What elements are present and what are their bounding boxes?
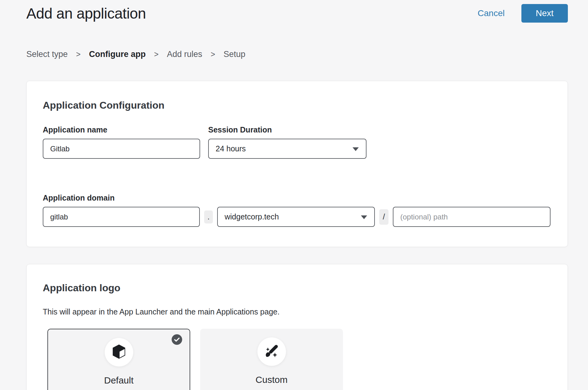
application-name-field-group: Application name bbox=[43, 125, 200, 159]
logo-heading: Application logo bbox=[43, 282, 551, 294]
paintbrush-icon bbox=[264, 343, 279, 360]
session-duration-selected-value: 24 hours bbox=[216, 144, 246, 153]
dot-separator: . bbox=[204, 210, 213, 223]
application-domain-label: Application domain bbox=[43, 193, 551, 202]
top-bar: Add an application Cancel Next bbox=[26, 0, 568, 23]
breadcrumb: Select type > Configure app > Add rules … bbox=[26, 50, 568, 59]
logo-option-label: Custom bbox=[200, 375, 343, 385]
top-bar-actions: Cancel Next bbox=[478, 4, 568, 23]
domain-select[interactable]: widgetcorp.tech bbox=[217, 207, 375, 227]
cube-icon bbox=[112, 344, 126, 361]
chevron-down-icon bbox=[361, 212, 367, 221]
application-domain-row: . widgetcorp.tech / bbox=[43, 207, 551, 227]
subdomain-input[interactable] bbox=[43, 207, 200, 227]
breadcrumb-separator: > bbox=[76, 50, 81, 59]
session-duration-field-group: Session Duration 24 hours bbox=[208, 125, 366, 159]
domain-selected-value: widgetcorp.tech bbox=[225, 212, 279, 221]
application-name-label: Application name bbox=[43, 125, 200, 134]
application-configuration-card: Application Configuration Application na… bbox=[26, 81, 568, 247]
page-title: Add an application bbox=[26, 5, 146, 22]
logo-option-label: Default bbox=[48, 375, 190, 386]
logo-options-row: Default Custom bbox=[47, 329, 551, 390]
breadcrumb-step-configure-app[interactable]: Configure app bbox=[89, 50, 146, 59]
path-input[interactable] bbox=[393, 207, 551, 227]
name-session-row: Application name Session Duration 24 hou… bbox=[43, 125, 551, 159]
breadcrumb-separator: > bbox=[154, 50, 159, 59]
logo-description: This will appear in the App Launcher and… bbox=[43, 307, 551, 316]
next-button[interactable]: Next bbox=[521, 4, 568, 23]
application-logo-card: Application logo This will appear in the… bbox=[26, 264, 568, 390]
chevron-down-icon bbox=[352, 144, 359, 153]
session-duration-select[interactable]: 24 hours bbox=[208, 139, 366, 159]
cancel-button[interactable]: Cancel bbox=[478, 8, 505, 18]
configuration-heading: Application Configuration bbox=[43, 100, 551, 111]
default-logo-circle bbox=[105, 338, 133, 366]
slash-separator: / bbox=[379, 209, 388, 225]
breadcrumb-separator: > bbox=[211, 50, 215, 59]
breadcrumb-step-select-type[interactable]: Select type bbox=[26, 50, 68, 59]
breadcrumb-step-add-rules[interactable]: Add rules bbox=[167, 50, 202, 59]
session-duration-label: Session Duration bbox=[208, 125, 366, 134]
add-application-page: Add an application Cancel Next Select ty… bbox=[0, 0, 588, 390]
logo-option-default[interactable]: Default bbox=[47, 329, 190, 390]
custom-logo-circle bbox=[257, 337, 286, 366]
breadcrumb-step-setup[interactable]: Setup bbox=[223, 50, 245, 59]
logo-option-custom[interactable]: Custom bbox=[200, 329, 343, 390]
selected-check-icon bbox=[172, 334, 182, 345]
application-name-input[interactable] bbox=[43, 139, 200, 159]
